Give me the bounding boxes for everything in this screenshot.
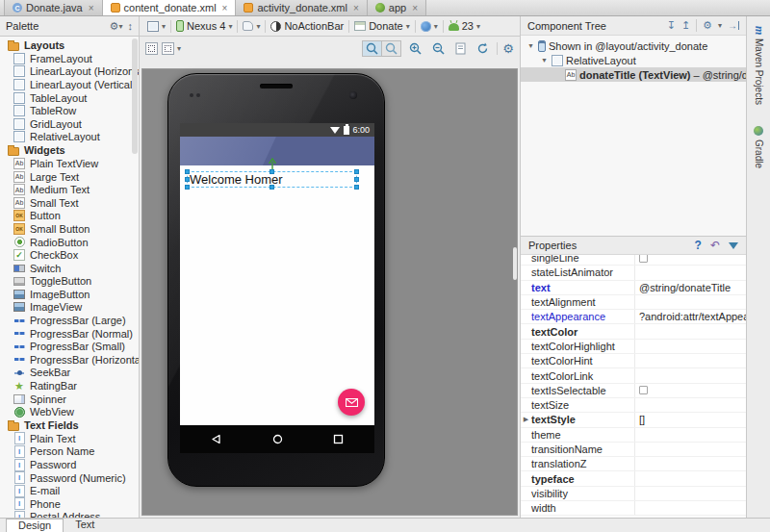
filter-icon[interactable] [729, 242, 738, 249]
palette-item[interactable]: LinearLayout (Horizontal) [0, 65, 139, 79]
palette-item[interactable]: WebView [0, 405, 139, 418]
property-row[interactable]: textAppearance?android:attr/textAppearan… [521, 310, 746, 324]
property-row[interactable]: textColor [521, 324, 746, 339]
preview-file-button[interactable] [452, 41, 469, 56]
tree-row-shown-in[interactable]: ▼ Shown in @layout/activity_donate [521, 38, 746, 53]
resize-handle[interactable] [354, 185, 359, 190]
property-row[interactable]: stateListAnimator [521, 266, 746, 280]
tab-activity-donate-xml[interactable]: activity_donate.xml × [236, 0, 367, 15]
design-mode-tab[interactable]: Design [6, 519, 64, 532]
api-level-button[interactable]: 23▾ [449, 20, 480, 32]
palette-item[interactable]: Medium Text [0, 183, 139, 196]
device-selector-button[interactable]: Nexus 4▾ [176, 20, 232, 32]
palette-item[interactable]: E-mail [0, 484, 139, 497]
tree-row-donatetitle[interactable]: donateTitle (TextView) – @string/donateT… [521, 67, 746, 82]
tab-content-donate-xml[interactable]: content_donate.xml × [103, 0, 237, 15]
property-row[interactable]: translationZ [521, 457, 746, 471]
property-row[interactable]: typeface [521, 471, 746, 486]
palette-item[interactable]: Plain Text [0, 432, 139, 445]
palette-item[interactable]: Password (Numeric) [0, 471, 139, 485]
property-row[interactable]: textIsSelectable [521, 384, 746, 398]
orientation-button[interactable]: ▾ [243, 21, 260, 31]
back-icon[interactable] [211, 434, 221, 444]
palette-item[interactable]: ProgressBar (Normal) [0, 327, 139, 341]
render-target-button[interactable]: ▾ [147, 21, 166, 32]
zoom-fit-button[interactable] [363, 41, 382, 56]
close-icon[interactable]: × [412, 3, 418, 13]
tab-app[interactable]: app × [368, 0, 426, 15]
palette-item[interactable]: LinearLayout (Vertical) [0, 78, 139, 91]
hide-panel-icon[interactable]: → [728, 21, 739, 30]
resize-handle[interactable] [185, 177, 190, 182]
locale-selector-button[interactable]: ▾ [421, 21, 438, 32]
property-row[interactable]: width [521, 501, 746, 516]
canvas-scrollbar[interactable] [513, 247, 517, 280]
close-icon[interactable]: × [222, 3, 228, 13]
zoom-actual-button[interactable] [382, 41, 400, 56]
property-row[interactable]: theme [521, 428, 746, 443]
property-row[interactable]: textColorHint [521, 354, 746, 368]
layout-content-area[interactable]: Welcome Homer [180, 165, 374, 425]
expand-all-icon[interactable]: ↧ [667, 19, 676, 32]
palette-item[interactable]: Button [0, 210, 139, 223]
text-mode-tab[interactable]: Text [64, 519, 106, 532]
property-row[interactable]: textAlignment [521, 295, 746, 310]
palette-item[interactable]: FrameLayout [0, 52, 139, 65]
selected-textview[interactable]: Welcome Homer [187, 171, 357, 188]
palette-item[interactable]: GridLayout [0, 117, 139, 131]
resize-handle[interactable] [185, 169, 190, 174]
property-row[interactable]: ▶textStyle[] [521, 413, 746, 427]
palette-item[interactable]: RadioButton [0, 236, 139, 249]
palette-section-widgets[interactable]: Widgets [0, 143, 139, 157]
tree-row-relativelayout[interactable]: ▼ RelativeLayout [521, 53, 746, 67]
palette-item[interactable]: Person Name [0, 445, 139, 459]
checkbox[interactable] [639, 255, 648, 263]
home-icon[interactable] [272, 434, 283, 444]
canvas-settings-icon[interactable]: ⚙ [502, 42, 514, 55]
palette-item[interactable]: Phone [0, 497, 139, 511]
property-row[interactable]: visibility [521, 487, 746, 501]
close-icon[interactable]: × [353, 3, 359, 13]
expander-icon[interactable]: ▼ [526, 42, 535, 49]
expander-icon[interactable]: ▼ [540, 57, 549, 63]
property-row[interactable]: textSize [521, 398, 746, 413]
palette-item[interactable]: TableLayout [0, 91, 139, 105]
palette-item[interactable]: Plain TextView [0, 157, 139, 170]
palette-item[interactable]: ToggleButton [0, 275, 139, 289]
resize-handle[interactable] [354, 177, 359, 182]
revert-icon[interactable]: ↶ [710, 239, 720, 252]
palette-item[interactable]: ProgressBar (Horizontal) [0, 353, 139, 367]
property-row[interactable]: transitionName [521, 443, 746, 457]
theme-selector-button[interactable]: NoActionBar [270, 20, 344, 32]
maven-projects-tool-button[interactable]: m Maven Projects [752, 26, 766, 105]
show-layout-button[interactable] [145, 42, 158, 55]
palette-item[interactable]: TableRow [0, 104, 139, 117]
property-row[interactable]: singleLine [521, 255, 746, 266]
refresh-button[interactable] [474, 41, 492, 56]
expand-icon[interactable]: ▶ [521, 416, 531, 423]
resize-handle[interactable] [270, 185, 274, 190]
collapse-all-icon[interactable]: ↥ [681, 19, 690, 32]
palette-item[interactable]: ImageView [0, 301, 139, 315]
resize-handle[interactable] [354, 169, 359, 174]
palette-item[interactable]: Password [0, 458, 139, 471]
palette-item[interactable]: ImageButton [0, 288, 139, 301]
palette-item[interactable]: RelativeLayout [0, 131, 139, 144]
palette-sort-icon[interactable]: ↕ [128, 20, 134, 32]
palette-scrollbar[interactable] [132, 38, 138, 154]
palette-gear-icon[interactable]: ⚙ [110, 20, 119, 33]
palette-item[interactable]: ProgressBar (Large) [0, 314, 139, 327]
palette-item[interactable]: ProgressBar (Small) [0, 340, 139, 353]
close-icon[interactable]: × [89, 3, 94, 13]
property-row[interactable]: textColorHighlight [521, 340, 746, 354]
property-row[interactable]: text@string/donateTitle [521, 281, 746, 295]
tab-donate-java[interactable]: Donate.java × [4, 0, 103, 15]
palette-item[interactable]: Small Text [0, 196, 139, 210]
tree-gear-icon[interactable]: ⚙ [703, 19, 712, 32]
palette-item[interactable]: RatingBar [0, 379, 139, 393]
gradle-tool-button[interactable]: Gradle [754, 126, 764, 168]
palette-item[interactable]: Postal Address [0, 511, 139, 518]
activity-selector-button[interactable]: Donate▾ [354, 20, 410, 32]
palette-section-layouts[interactable]: Layouts [0, 38, 139, 52]
blueprint-mode-button[interactable]: ▾ [162, 42, 181, 55]
